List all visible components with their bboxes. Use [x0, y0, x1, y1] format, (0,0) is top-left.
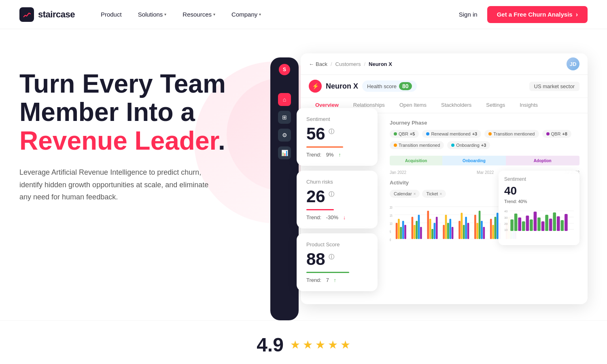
navbar: staircase Product Solutions ▾ Resources …	[0, 0, 607, 29]
tab-stackholders[interactable]: Stackholders	[435, 98, 478, 113]
nav-solutions[interactable]: Solutions ▾	[132, 8, 173, 21]
brand-name: staircase	[38, 9, 75, 20]
hero-description: Leverage Artificial Revenue Intelligence…	[19, 166, 214, 203]
svg-rect-59	[514, 214, 518, 231]
chevron-down-icon: ▾	[259, 12, 261, 17]
svg-rect-65	[537, 218, 541, 231]
svg-rect-33	[465, 217, 467, 239]
rating-value: 4.9	[257, 334, 284, 356]
arrow-right-icon: ›	[576, 11, 578, 18]
trend-up-icon: ↑	[334, 277, 337, 283]
product-score-label: Product Score	[306, 241, 368, 248]
logo[interactable]: staircase	[19, 7, 75, 22]
pill-dot	[426, 132, 429, 135]
star-2: ★	[303, 338, 313, 351]
avatar: JD	[567, 57, 579, 70]
svg-rect-28	[449, 219, 451, 239]
svg-rect-18	[418, 215, 420, 239]
svg-text:0: 0	[390, 238, 391, 242]
phase-acquisition: Acquisition	[390, 156, 442, 165]
product-score-card: Product Score 88 ⓘ Trend: 7 ↑	[297, 233, 378, 291]
nav-product[interactable]: Product	[94, 8, 128, 21]
info-icon: ⓘ	[329, 254, 334, 260]
svg-rect-10	[396, 223, 398, 239]
phone-nav-grid[interactable]: ⊞	[278, 111, 291, 124]
svg-rect-32	[463, 225, 465, 239]
phone-nav-people[interactable]: ⚙	[278, 129, 291, 142]
pill-dot	[394, 132, 397, 135]
nav-resources[interactable]: Resources ▾	[176, 8, 222, 21]
phone-nav-chart[interactable]: 📊	[278, 146, 291, 159]
breadcrumb: ← Back / Customers / Neuron X	[309, 61, 392, 67]
churn-value: 26 ⓘ	[306, 188, 368, 205]
cta-button[interactable]: Get a Free Churn Analysis ›	[487, 6, 588, 23]
nav-links: Product Solutions ▾ Resources ▾ Company …	[94, 8, 459, 21]
svg-rect-71	[561, 220, 564, 231]
nav-company[interactable]: Company ▾	[225, 8, 267, 21]
star-3: ★	[315, 338, 325, 351]
pill-transition-2: Transition mentioned	[390, 141, 444, 149]
info-icon: ⓘ	[329, 129, 334, 134]
phase-adoption: Adoption	[506, 156, 579, 165]
star-5: ★	[340, 338, 350, 351]
svg-rect-70	[557, 216, 560, 231]
chip-calendar[interactable]: Calendar ×	[390, 190, 420, 198]
svg-rect-31	[461, 213, 463, 239]
signin-button[interactable]: Sign in	[459, 11, 478, 18]
svg-rect-68	[549, 219, 552, 231]
chevron-down-icon: ▾	[213, 12, 215, 17]
sentiment-bar	[306, 146, 343, 148]
nav-right: Sign in Get a Free Churn Analysis ›	[459, 6, 588, 23]
back-button[interactable]: ← Back	[309, 61, 327, 67]
sentiment-trend: Trend: 9% ↑	[306, 152, 368, 158]
svg-rect-42	[495, 217, 497, 239]
company-row: ⚡ Neuron X Health score 80 US market sec…	[301, 75, 588, 98]
svg-text:20: 20	[390, 205, 393, 210]
pill-qbr-2: QBR +8	[542, 130, 571, 138]
rating-section: 4.9 ★ ★ ★ ★ ★	[0, 320, 607, 364]
svg-rect-30	[458, 221, 461, 239]
svg-rect-14	[404, 225, 406, 239]
journey-pills: QBR +5 Renewal mentioned +3 Transition m…	[390, 130, 579, 149]
svg-rect-64	[534, 212, 537, 231]
svg-rect-40	[490, 219, 492, 239]
company-name: Neuron X	[326, 82, 358, 91]
company-logo: ⚡	[309, 80, 322, 93]
close-icon[interactable]: ×	[439, 192, 442, 196]
svg-rect-17	[416, 221, 418, 239]
svg-rect-35	[474, 215, 476, 239]
info-icon: ⓘ	[329, 191, 334, 197]
tab-insights[interactable]: Insights	[513, 98, 544, 113]
svg-rect-69	[553, 212, 556, 231]
close-icon[interactable]: ×	[414, 192, 416, 196]
svg-rect-58	[510, 219, 514, 231]
metric-cards-overlay: Sentiment 56 ⓘ Trend: 9% ↑ Churn risks 2…	[297, 108, 378, 291]
tab-open-items[interactable]: Open Items	[393, 98, 433, 113]
trend-up-icon: ↑	[338, 152, 341, 158]
phone-nav-home[interactable]: ⌂	[278, 93, 291, 106]
svg-rect-67	[545, 215, 548, 231]
pill-dot	[546, 132, 550, 135]
svg-rect-19	[420, 227, 422, 239]
svg-rect-63	[530, 219, 533, 231]
svg-text:20: 20	[504, 222, 507, 226]
svg-rect-13	[402, 221, 404, 239]
svg-rect-37	[479, 211, 481, 239]
health-badge: Health score 80	[362, 80, 417, 92]
pill-renewal: Renewal mentioned +3	[422, 130, 481, 138]
chip-ticket[interactable]: Ticket ×	[422, 190, 446, 198]
svg-rect-22	[431, 229, 433, 239]
sentiment-panel-value: 40	[504, 184, 574, 197]
svg-rect-27	[447, 223, 449, 239]
svg-rect-11	[398, 219, 400, 239]
sentiment-value: 56 ⓘ	[306, 125, 368, 142]
svg-rect-66	[541, 221, 545, 231]
svg-rect-36	[476, 223, 478, 239]
sentiment-label: Sentiment	[306, 116, 368, 122]
product-score-bar	[306, 272, 349, 273]
tab-settings[interactable]: Settings	[480, 98, 511, 113]
breadcrumb-separator: /	[331, 61, 332, 67]
pill-qbr-1: QBR +5	[390, 130, 419, 138]
svg-text:30: 30	[504, 216, 507, 220]
svg-rect-38	[481, 221, 483, 239]
